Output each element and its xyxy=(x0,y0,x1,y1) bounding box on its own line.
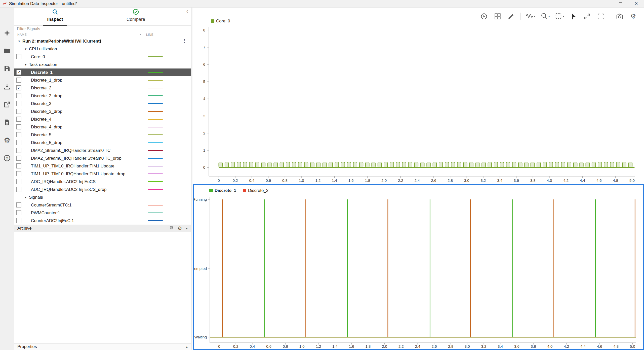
signal-row[interactable]: Core: 0 xyxy=(14,53,191,61)
signal-checkbox[interactable] xyxy=(16,109,21,114)
properties-chevron-up-icon[interactable]: ▴ xyxy=(186,345,188,349)
fullscreen-button[interactable] xyxy=(596,12,605,21)
sort-caret-icon[interactable]: ▾ xyxy=(140,33,141,36)
group-row[interactable]: ▾CPU utilization xyxy=(14,45,191,53)
svg-text:0.4: 0.4 xyxy=(249,178,255,183)
signal-row[interactable]: PWMCounter:1 xyxy=(14,209,191,217)
signal-line-swatch xyxy=(148,142,163,143)
name-column-header[interactable]: NAME xyxy=(17,33,27,37)
svg-text:Running: Running xyxy=(194,197,207,201)
signal-checkbox[interactable] xyxy=(16,187,21,192)
tab-compare[interactable]: Compare xyxy=(117,9,155,26)
minimize-button[interactable]: – xyxy=(597,0,613,7)
signal-row[interactable]: Discrete_2_drop xyxy=(14,92,191,100)
brush-button[interactable] xyxy=(507,12,515,21)
signal-checkbox[interactable] xyxy=(16,101,21,106)
run-menu-button[interactable]: ⋮ xyxy=(182,38,187,44)
signal-checkbox[interactable] xyxy=(16,132,21,137)
task-plot-svg[interactable]: 00.20.40.60.81.01.21.41.61.82.02.22.42.6… xyxy=(194,185,643,349)
collapse-panel-icon[interactable]: ‹ xyxy=(186,8,188,15)
signal-row[interactable]: Discrete_3 xyxy=(14,100,191,108)
archive-gear-icon[interactable]: ⚙ xyxy=(178,226,182,231)
expand-plot-button[interactable] xyxy=(583,12,591,21)
signal-checkbox[interactable] xyxy=(16,171,21,176)
signal-row[interactable]: ADC_IRQHandler:ADC2 Inj EoCS_drop xyxy=(14,186,191,193)
expand-caret-icon[interactable]: ▾ xyxy=(23,47,28,51)
plot-settings-button[interactable]: ⚙ xyxy=(629,12,637,21)
replay-button[interactable] xyxy=(480,12,488,21)
signal-checkbox[interactable] xyxy=(16,210,21,215)
group-row[interactable]: ▾Signals xyxy=(14,193,191,201)
svg-text:4.2: 4.2 xyxy=(563,178,569,183)
signal-row[interactable]: Discrete_4_drop xyxy=(14,123,191,131)
signal-checkbox[interactable] xyxy=(16,202,21,207)
signal-checkbox[interactable] xyxy=(16,117,21,122)
pointer-tool-button[interactable] xyxy=(569,12,578,21)
open-folder-button[interactable] xyxy=(2,46,12,56)
export-button[interactable] xyxy=(2,100,12,109)
signal-row[interactable]: ✓Discrete_2 xyxy=(14,84,191,92)
signal-row[interactable]: TIM1_UP_TIM10_IRQHandler:TIM1 Update_dro… xyxy=(14,170,191,178)
signal-checkbox[interactable]: ✓ xyxy=(16,85,21,90)
trash-icon[interactable] xyxy=(169,225,174,231)
signal-row[interactable]: Discrete_4 xyxy=(14,115,191,123)
signal-checkbox[interactable] xyxy=(16,54,21,59)
archive-chevron-down-icon[interactable]: ▾ xyxy=(186,226,188,230)
signal-checkbox[interactable] xyxy=(16,218,21,223)
expand-caret-icon[interactable]: ▾ xyxy=(23,63,28,66)
signal-trace-options-button[interactable]: ▾ xyxy=(526,12,535,21)
signal-checkbox[interactable] xyxy=(16,78,21,83)
signal-checkbox[interactable] xyxy=(16,140,21,145)
signal-checkbox[interactable] xyxy=(16,124,21,129)
svg-text:5: 5 xyxy=(203,79,205,84)
fit-to-view-button[interactable]: ▾ xyxy=(555,12,564,21)
expand-caret-icon[interactable]: ▾ xyxy=(23,195,28,199)
signal-checkbox[interactable] xyxy=(16,163,21,168)
signal-row[interactable]: Discrete_5_drop xyxy=(14,139,191,147)
signal-row[interactable]: ADC_IRQHandler:ADC2 Inj EoCS xyxy=(14,178,191,186)
properties-bar[interactable]: Properties ▴ xyxy=(14,343,191,350)
signal-checkbox[interactable] xyxy=(16,179,21,184)
line-column-header[interactable]: LINE xyxy=(146,33,153,37)
legend-item[interactable]: Discrete_1 xyxy=(209,188,236,193)
signal-checkbox[interactable] xyxy=(16,148,21,153)
signal-row[interactable]: DMA2_Stream0_IRQHandler:Stream0 TC xyxy=(14,147,191,154)
signal-row[interactable]: TIM1_UP_TIM10_IRQHandler:TIM1 Update xyxy=(14,162,191,170)
svg-text:2.6: 2.6 xyxy=(431,178,436,183)
signal-checkbox[interactable] xyxy=(16,156,21,161)
import-button[interactable] xyxy=(2,82,12,91)
svg-text:3.8: 3.8 xyxy=(531,344,536,348)
signal-row[interactable]: CounterStream0TC:1 xyxy=(14,201,191,209)
properties-label: Properties xyxy=(17,344,37,349)
legend-item[interactable]: Discrete_2 xyxy=(243,188,268,193)
signal-row[interactable]: DMA2_Stream0_IRQHandler:Stream0 TC_drop xyxy=(14,154,191,162)
signal-row[interactable]: Discrete_3_drop xyxy=(14,108,191,115)
svg-text:4.6: 4.6 xyxy=(597,344,602,348)
signal-row[interactable]: ✓Discrete_1 xyxy=(14,68,191,76)
utilization-plot-svg[interactable]: 00.20.40.60.81.01.21.41.61.82.02.22.42.6… xyxy=(192,8,644,184)
report-button[interactable] xyxy=(2,118,12,127)
tab-inspect[interactable]: Inspect xyxy=(36,9,74,26)
task-plot-container[interactable]: Discrete_1Discrete_2 00.20.40.60.81.01.2… xyxy=(193,184,644,350)
snapshot-camera-button[interactable] xyxy=(615,12,624,21)
signal-checkbox[interactable] xyxy=(16,93,21,98)
preferences-button[interactable]: ⚙ xyxy=(2,135,12,145)
add-button[interactable] xyxy=(2,28,12,38)
maximize-button[interactable] xyxy=(613,0,628,7)
close-button[interactable]: ✕ xyxy=(628,0,644,7)
expand-caret-icon[interactable]: ▾ xyxy=(17,39,21,43)
run-header-row[interactable]: ▾Run 2: mstmPeriphsWithHWI [Current]⋮ xyxy=(14,37,191,45)
signal-row[interactable]: Discrete_5 xyxy=(14,131,191,139)
signal-row[interactable]: Discrete_1_drop xyxy=(14,76,191,84)
group-label: Task execution xyxy=(29,62,57,67)
zoom-options-button[interactable]: ▾ xyxy=(540,12,550,21)
filter-signals-input[interactable] xyxy=(14,26,191,32)
save-button[interactable] xyxy=(2,64,12,74)
help-button[interactable]: ? xyxy=(2,153,12,163)
signal-row[interactable]: CounterADC2InjEoC:1 xyxy=(14,217,191,225)
signal-checkbox[interactable]: ✓ xyxy=(16,70,21,75)
archive-bar[interactable]: Archive ⚙ ▾ xyxy=(14,225,191,232)
subplot-layout-button[interactable] xyxy=(493,12,502,21)
group-row[interactable]: ▾Task execution xyxy=(14,61,191,68)
signal-label: Discrete_1_drop xyxy=(31,78,62,83)
